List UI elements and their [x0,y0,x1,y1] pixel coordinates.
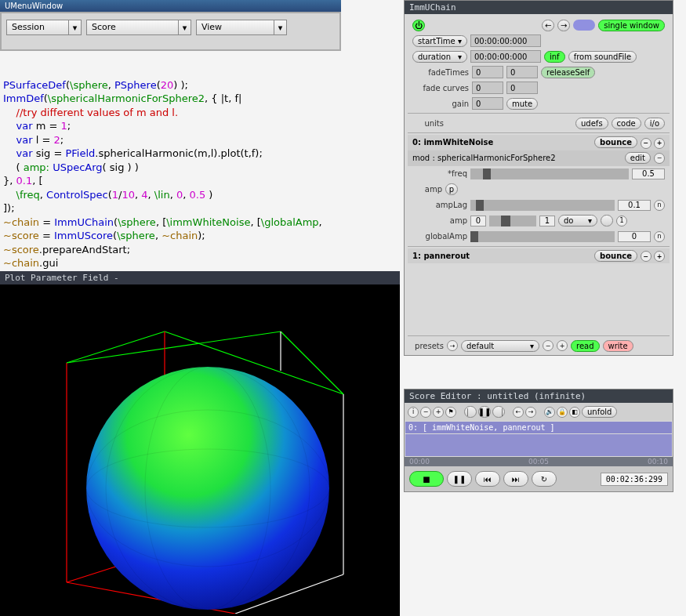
unfold-button[interactable]: unfold [582,406,617,418]
bounce-button-2[interactable]: bounce [594,250,637,262]
arrow-right-button[interactable]: → [557,20,570,31]
do-dropdown[interactable]: do ▾ [558,215,597,226]
duration-value[interactable]: 00:00:00:000 [470,50,541,63]
collapse-mod-button[interactable]: − [654,153,665,164]
time-display: 00:02:36:299 [601,473,668,486]
p-button[interactable]: p [445,183,458,195]
track-0-label[interactable]: 0: [ immWhiteNoise, pannerout ] [405,422,672,433]
prev-button[interactable]: ⏮ [475,471,500,487]
code-button[interactable]: code [612,118,641,129]
immuchain-panel: ImmUChain ⏻ ← → single window startTime … [404,0,673,356]
duration-dropdown[interactable]: duration ▾ [412,51,467,63]
n-button-2[interactable]: n [654,231,665,242]
one-button[interactable]: 1 [616,216,627,226]
freq-slider[interactable] [470,168,629,179]
edit-button[interactable]: edit [625,152,651,164]
skip-start-button[interactable]: ⎸ [464,406,477,418]
preset-remove-button[interactable]: − [543,340,554,351]
session-dropdown[interactable]: Session▾ [6,20,82,35]
snap-button[interactable]: ◧ [569,407,580,418]
fadetimes-label: fadeTimes [412,68,469,77]
chevron-down-icon: ▾ [69,20,82,35]
zoom-in-button[interactable]: + [433,407,444,418]
amp-hi[interactable]: 1 [539,216,555,226]
transport-bar: ■ ❚❚ ⏮ ⏭ ↻ 00:02:36:299 [405,466,673,491]
amplag-label: ampLag [412,201,467,209]
lock-button[interactable]: 🔒 [557,407,568,418]
color-swatch[interactable] [573,20,595,31]
add-button-2[interactable]: + [654,251,665,262]
score-dropdown[interactable]: Score▾ [86,20,191,35]
amplag-slider[interactable] [470,200,615,211]
gain-value[interactable]: 0 [472,97,503,110]
svg-line-3 [67,332,165,363]
preset-add-button[interactable]: + [557,340,568,351]
zoom-out-button[interactable]: − [420,407,431,418]
starttime-value[interactable]: 00:00:00:000 [470,34,541,47]
units-label: units [412,119,444,128]
flag-button[interactable]: ⚑ [445,407,456,418]
read-button[interactable]: read [571,340,600,352]
amp-lo[interactable]: 0 [470,216,486,226]
code-editor[interactable]: PSurfaceDef(\sphere, PSphere(20) ); ImmD… [3,64,403,270]
blank-button[interactable] [601,215,613,226]
score-toolbar: i − + ⚑ ⎸ ❚❚ ⎹ ← → 🔊 🔒 ◧ unfold [405,403,673,421]
power-button[interactable]: ⏻ [412,20,425,31]
io-button[interactable]: i/o [644,118,665,129]
score-title: Score Editor : untitled (infinite) [405,390,673,403]
immuchain-title: ImmUChain [405,1,673,14]
skip-end-button[interactable]: ⎹ [492,406,505,418]
udefs-button[interactable]: udefs [575,118,608,129]
pause-button[interactable]: ❚❚ [447,471,472,487]
amp-range-slider[interactable] [489,216,536,226]
svg-point-10 [86,367,329,610]
single-window-button[interactable]: single window [598,20,665,31]
pause-tb-button[interactable]: ❚❚ [478,406,491,418]
n-button[interactable]: n [654,200,665,211]
unit-1-header: 1: pannerout bounce − + [408,248,670,264]
releaseself-button[interactable]: releaseSelf [541,67,595,78]
view-dropdown[interactable]: View▾ [196,20,287,35]
preset-dropdown[interactable]: default ▾ [461,340,539,352]
starttime-dropdown[interactable]: startTime ▾ [412,35,467,47]
menu-window-body: Session▾ Score▾ View▾ [0,12,341,51]
freq-value[interactable]: 0.5 [632,168,665,179]
write-button[interactable]: write [603,340,633,352]
menu-window: UMenuWindow Session▾ Score▾ View▾ [0,0,341,51]
fadecurves-b[interactable]: 0 [506,82,538,94]
amplag-value[interactable]: 0.1 [618,200,651,211]
nav-back-button[interactable]: ← [513,407,524,418]
preset-next-button[interactable]: → [447,340,458,351]
from-soundfile-button[interactable]: from soundFile [568,51,637,63]
mute-button[interactable]: mute [506,98,538,110]
chevron-down-icon: ▾ [274,20,287,35]
play-button[interactable]: ■ [409,471,444,487]
fadetimes-a[interactable]: 0 [472,66,503,78]
next-button[interactable]: ⏭ [503,471,528,487]
plot-canvas[interactable] [0,284,400,615]
fadecurves-label: fade curves [412,84,469,92]
arrow-left-button[interactable]: ← [542,20,554,31]
inf-button[interactable]: inf [544,51,565,63]
globalamp-label: globalAmp [412,232,467,241]
freq-label: *freq [412,169,467,178]
loop-button[interactable]: ↻ [532,471,557,487]
sound-button[interactable]: 🔊 [544,407,555,418]
collapse-button-2[interactable]: − [641,251,652,262]
amp-p-label: amp [412,185,442,194]
nav-fwd-button[interactable]: → [525,407,536,418]
presets-label: presets [412,342,444,350]
bounce-button[interactable]: bounce [594,136,637,148]
globalamp-value[interactable]: 0 [618,231,651,242]
add-button[interactable]: + [654,138,665,149]
info-button[interactable]: i [408,407,419,418]
plot-title: Plot Parameter Field - [0,271,400,284]
fadecurves-a[interactable]: 0 [472,82,503,94]
collapse-button[interactable]: − [641,138,652,149]
globalamp-slider[interactable] [470,231,615,242]
fadetimes-b[interactable]: 0 [506,66,538,78]
svg-line-1 [281,332,343,394]
track-0-clip[interactable] [405,434,672,456]
amp-label: amp [412,216,467,225]
time-ruler[interactable]: 00:00 00:05 00:10 [405,457,673,466]
